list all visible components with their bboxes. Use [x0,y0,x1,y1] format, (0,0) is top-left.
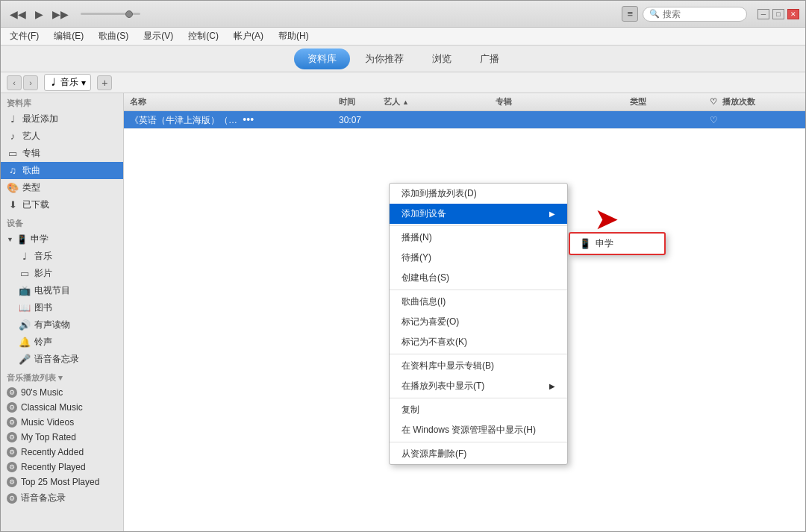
tab-library[interactable]: 资料库 [294,48,350,69]
menu-account[interactable]: 帐户(A) [231,28,266,44]
prev-button[interactable]: ◀◀ [7,7,29,22]
menu-item-add-to-device[interactable]: 添加到设备 ▶ 📱 申学 [390,204,567,224]
menu-item-add-to-playlist[interactable]: 添加到播放列表(D) [390,184,567,204]
volume-track [81,13,140,15]
main-layout: 资料库 ♩ 最近添加 ♪ 艺人 ▭ 专辑 ♫ 歌曲 🎨 类型 ⬇ [1,93,805,531]
back-button[interactable]: ‹ [7,75,22,90]
menu-item-song-info[interactable]: 歌曲信息(I) [390,292,567,312]
search-box: 🔍 [643,7,747,22]
menu-item-love[interactable]: 标记为喜爱(O) [390,312,567,332]
phone-icon: 📱 [579,238,591,249]
menu-item-dislike[interactable]: 标记为不喜欢(K) [390,332,567,352]
menu-separator-2 [390,290,567,290]
context-menu: 添加到播放列表(D) 添加到设备 ▶ 📱 申学 播播(N) 待播(Y) 创建电台 [389,183,568,465]
submenu-device-label: 申学 [596,237,613,250]
menu-file[interactable]: 文件(F) [7,28,42,44]
location-bar: ‹ › ♩ 音乐 ▾ + [1,72,805,93]
menu-bar: 文件(F) 编辑(E) 歌曲(S) 显示(V) 控制(C) 帐户(A) 帮助(H… [1,28,805,46]
nav-tabs: 资料库 为你推荐 浏览 广播 [1,46,805,72]
menu-song[interactable]: 歌曲(S) [96,28,131,44]
title-bar: ◀◀ ▶ ▶▶ ≡ 🔍 ─ □ ✕ [1,1,805,28]
tab-radio[interactable]: 广播 [466,48,513,69]
next-button[interactable]: ▶▶ [49,7,72,22]
nav-arrows: ‹ › [7,75,38,90]
menu-view[interactable]: 显示(V) [140,28,176,44]
menu-separator-4 [390,398,567,398]
menu-item-duplicate[interactable]: 复制 [390,400,567,420]
menu-separator-5 [390,442,567,442]
forward-button[interactable]: › [23,75,38,90]
menu-item-show-playlist[interactable]: 在播放列表中显示(T) ▶ [390,376,567,396]
window-controls: ─ □ ✕ [757,9,799,19]
search-input[interactable] [663,9,745,19]
menu-item-play[interactable]: 播播(N) [390,228,567,248]
menu-item-queue[interactable]: 待播(Y) [390,248,567,268]
location-dropdown-icon: ▾ [81,78,86,88]
menu-separator [390,225,567,226]
maximize-button[interactable]: □ [772,9,784,19]
menu-help[interactable]: 帮助(H) [275,28,312,44]
search-icon: 🔍 [649,9,660,19]
submenu-arrow-icon-2: ▶ [549,382,555,390]
close-button[interactable]: ✕ [787,9,799,19]
volume-thumb [125,10,133,18]
volume-slider[interactable] [81,13,140,15]
play-button[interactable]: ▶ [32,7,46,22]
transport-controls: ◀◀ ▶ ▶▶ [7,7,140,22]
tab-recommended[interactable]: 为你推荐 [352,48,417,69]
menu-separator-3 [390,354,567,354]
submenu-arrow-icon: ▶ [549,210,555,218]
menu-item-delete[interactable]: 从资源库删除(F) [390,444,567,464]
add-button[interactable]: + [97,75,112,90]
menu-control[interactable]: 控制(C) [185,28,222,44]
list-view-button[interactable]: ≡ [622,6,638,22]
minimize-button[interactable]: ─ [757,9,769,19]
menu-item-show-explorer[interactable]: 在 Windows 资源管理器中显示(H) [390,420,567,440]
menu-item-show-album[interactable]: 在资料库中显示专辑(B) [390,356,567,376]
menu-edit[interactable]: 编辑(E) [51,28,87,44]
context-menu-overlay[interactable]: 添加到播放列表(D) 添加到设备 ▶ 📱 申学 播播(N) 待播(Y) 创建电台 [1,93,805,531]
location-select[interactable]: ♩ 音乐 ▾ [44,74,91,91]
location-music-label: ♩ 音乐 [49,76,78,89]
red-arrow-annotation: ➤ [594,204,619,238]
title-bar-right: ≡ 🔍 ─ □ ✕ [622,6,799,22]
menu-item-create-station[interactable]: 创建电台(S) [390,268,567,288]
tab-browse[interactable]: 浏览 [419,48,465,69]
itunes-window: ◀◀ ▶ ▶▶ ≡ 🔍 ─ □ ✕ 文件(F) 编辑(E) [0,0,806,532]
